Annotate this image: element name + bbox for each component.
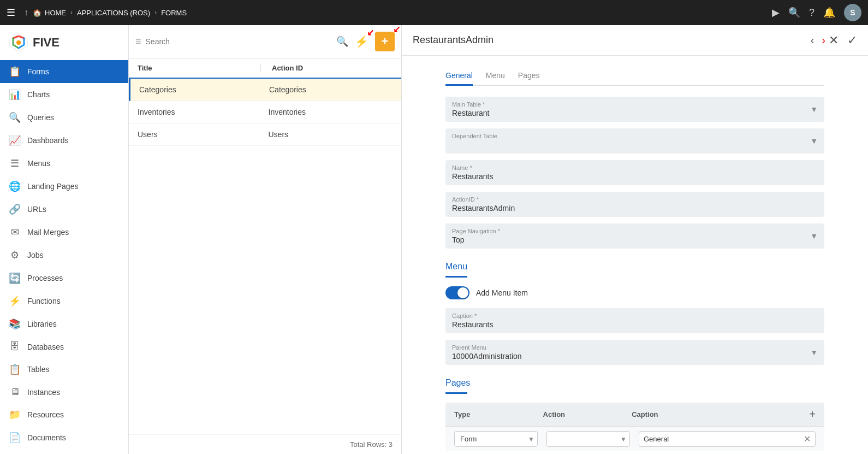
play-icon[interactable]: ▶ — [772, 7, 780, 19]
table-row[interactable]: Inventories Inventories — [129, 101, 401, 123]
pages-action-select[interactable] — [546, 431, 630, 447]
sidebar-item-libraries[interactable]: 📚 Libraries — [0, 313, 128, 335]
avatar[interactable]: S — [844, 4, 861, 21]
detail-panel: RestaurantsAdmin ‹ › ✕ ✓ General Menu Pa — [402, 25, 868, 454]
sidebar-item-forms[interactable]: 📋 Forms — [0, 60, 128, 83]
row-action-1: Categories — [263, 85, 393, 94]
table-header: Title Action ID — [129, 58, 401, 79]
pages-add-button[interactable]: + — [809, 408, 816, 421]
lightning-button[interactable]: ⚡ ↙ — [353, 33, 371, 50]
logo-area: FIVE — [0, 25, 128, 60]
nav-forms[interactable]: FORMS — [161, 9, 187, 17]
help-icon[interactable]: ? — [809, 7, 815, 19]
sidebar-label-jobs: Jobs — [27, 251, 44, 260]
home-label: HOME — [45, 9, 66, 17]
five-logo-icon — [9, 33, 28, 52]
row-title-3: Users — [138, 130, 262, 139]
charts-icon: 📊 — [9, 89, 21, 101]
sidebar-label-libraries: Libraries — [27, 320, 57, 328]
sidebar-label-charts: Charts — [27, 90, 50, 99]
pages-col-caption-header: Caption — [632, 410, 809, 418]
parent-menu-label: Parent Menu — [452, 344, 486, 351]
page-navigation-label: Page Navigation * — [452, 228, 500, 234]
search-bar: ≡ 🔍 ⚡ ↙ + ↙ — [129, 25, 401, 58]
sidebar-item-processes[interactable]: 🔄 Processes — [0, 267, 128, 290]
page-navigation-select[interactable]: Top Bottom None — [445, 223, 824, 249]
tab-pages[interactable]: Pages — [518, 67, 540, 86]
add-button[interactable]: + ↙ — [375, 32, 395, 51]
pages-action-cell: ▼ — [546, 431, 630, 447]
sidebar-label-mail-merges: Mail Merges — [27, 228, 69, 237]
nav-sep-2: › — [154, 9, 157, 16]
nav-up-arrow[interactable]: ↑ — [24, 8, 28, 17]
sidebar-item-databases[interactable]: 🗄 Databases — [0, 335, 128, 358]
top-navigation: ☰ ↑ 🏠 HOME › APPLICATIONS (ROS) › FORMS … — [0, 0, 868, 25]
row-action-2: Inventories — [262, 108, 393, 116]
total-rows-label: Total Rows: 3 — [350, 440, 393, 449]
add-menu-item-row: Add Menu Item — [445, 286, 824, 299]
sidebar-item-jobs[interactable]: ⚙ Jobs — [0, 244, 128, 267]
table-row[interactable]: Users Users — [129, 123, 401, 146]
toggle-knob — [457, 287, 468, 298]
pages-section: Pages Type Action Caption + Form ▼ — [445, 378, 824, 451]
filter-icon[interactable]: ≡ — [135, 36, 141, 48]
pages-type-select[interactable]: Form — [454, 431, 538, 447]
name-field: Name * — [445, 160, 824, 185]
nav-home[interactable]: 🏠 HOME — [33, 9, 66, 17]
confirm-button[interactable]: ✓ — [847, 33, 857, 48]
search-icon[interactable]: 🔍 — [336, 36, 348, 48]
tab-menu[interactable]: Menu — [486, 67, 505, 86]
add-menu-item-toggle[interactable] — [445, 286, 469, 299]
search-nav-icon[interactable]: 🔍 — [788, 7, 800, 19]
sidebar-label-documents: Documents — [27, 433, 66, 442]
menu-section: Menu Add Menu Item Caption * Parent Menu… — [445, 262, 824, 365]
sidebar-item-menus[interactable]: ☰ Menus — [0, 152, 128, 175]
parent-menu-field: Parent Menu 10000Administration ▼ — [445, 340, 824, 365]
name-input[interactable] — [445, 160, 824, 185]
sidebar-item-queries[interactable]: 🔍 Queries — [0, 106, 128, 129]
sidebar-item-documents[interactable]: 📄 Documents — [0, 426, 128, 449]
nav-applications[interactable]: APPLICATIONS (ROS) — [77, 9, 150, 17]
sidebar-item-dashboards[interactable]: 📈 Dashboards — [0, 129, 128, 152]
resources-icon: 📁 — [9, 409, 21, 421]
table-row[interactable]: Categories Categories — [129, 79, 401, 101]
sidebar-label-tables: Tables — [27, 365, 49, 374]
sidebar-item-instances[interactable]: 🖥 Instances — [0, 381, 128, 403]
sidebar-item-functions[interactable]: ⚡ Functions — [0, 290, 128, 313]
pages-col-action-header: Action — [543, 410, 632, 418]
sidebar-label-databases: Databases — [27, 343, 64, 351]
parent-menu-select[interactable]: 10000Administration — [445, 340, 824, 365]
action-id-input[interactable] — [445, 192, 824, 217]
sidebar-item-resources[interactable]: 📁 Resources — [0, 403, 128, 426]
sidebar-item-charts[interactable]: 📊 Charts — [0, 83, 128, 106]
list-panel: ≡ 🔍 ⚡ ↙ + ↙ Title Action ID Categories C… — [129, 25, 402, 454]
sidebar-item-urls[interactable]: 🔗 URLs — [0, 198, 128, 221]
col-divider — [260, 64, 261, 72]
dashboards-icon: 📈 — [9, 134, 21, 146]
sidebar-label-dashboards: Dashboards — [27, 136, 69, 145]
bell-icon[interactable]: 🔔 — [823, 7, 835, 19]
tab-general[interactable]: General — [445, 67, 473, 86]
pages-caption-cell: ✕ — [639, 431, 816, 447]
hamburger-menu[interactable]: ☰ — [7, 7, 15, 19]
pages-caption-input[interactable] — [644, 435, 799, 443]
sidebar-item-themes[interactable]: 🎨 Themes — [0, 449, 128, 454]
home-icon: 🏠 — [33, 9, 41, 17]
main-table-select[interactable]: Restaurant — [445, 97, 824, 122]
avatar-label: S — [850, 8, 855, 17]
sidebar-label-processes: Processes — [27, 274, 63, 282]
search-input[interactable] — [146, 35, 332, 48]
close-button[interactable]: ✕ — [829, 33, 839, 48]
dependent-table-select[interactable] — [445, 128, 824, 154]
caption-input[interactable] — [445, 308, 824, 333]
documents-icon: 📄 — [9, 432, 21, 444]
red-arrow-lightning: ↙ — [367, 27, 374, 38]
tabs-row: General Menu Pages — [445, 67, 824, 86]
nav-next-button[interactable]: › — [818, 33, 829, 48]
tab-menu-label: Menu — [486, 71, 505, 80]
sidebar-item-mail-merges[interactable]: ✉ Mail Merges — [0, 221, 128, 244]
sidebar-item-tables[interactable]: 📋 Tables — [0, 358, 128, 381]
nav-prev-button[interactable]: ‹ — [807, 33, 818, 48]
pages-caption-clear-button[interactable]: ✕ — [804, 434, 811, 444]
sidebar-item-landing-pages[interactable]: 🌐 Landing Pages — [0, 175, 128, 198]
